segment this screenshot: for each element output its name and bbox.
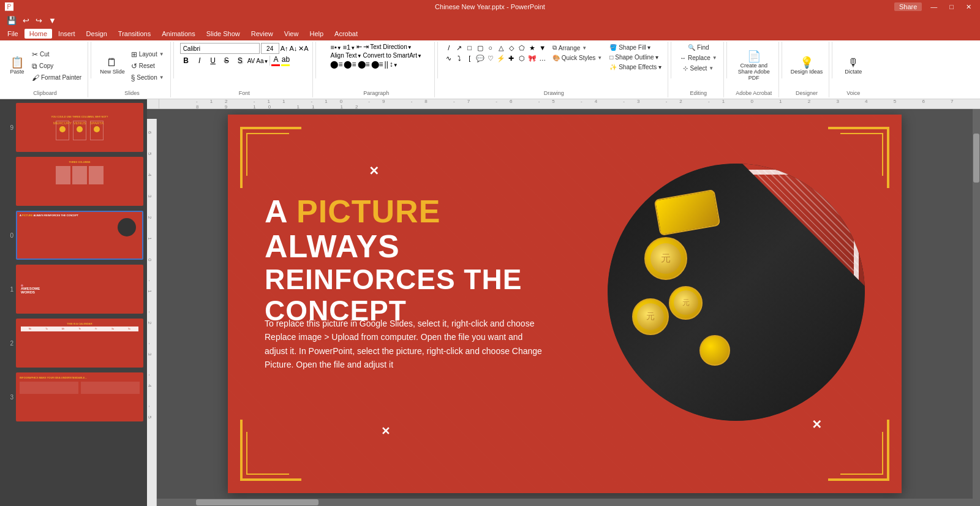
slide-thumb-2[interactable]: 2 THIS IS A CALENDAR Mo Tu We Th Fr Sa S… bbox=[2, 317, 145, 369]
copy-button[interactable]: ⧉ Copy bbox=[29, 61, 84, 72]
font-grow-button[interactable]: A↑ bbox=[281, 45, 288, 52]
slide-img-0[interactable]: A PICTURE ALWAYS REINFORCES THE CONCEPT bbox=[16, 211, 143, 260]
change-case-button[interactable]: Aa▼ bbox=[256, 58, 268, 64]
align-left-button[interactable]: ⬤≡ bbox=[330, 60, 342, 69]
bold-button[interactable]: B bbox=[180, 56, 192, 65]
shape-rounded-rect[interactable]: ▢ bbox=[475, 43, 485, 53]
shape-effects-button[interactable]: ✨ Shape Effects ▾ bbox=[607, 62, 664, 72]
menu-insert[interactable]: Insert bbox=[53, 29, 80, 39]
menu-transitions[interactable]: Transitions bbox=[113, 29, 156, 39]
font-size-input[interactable] bbox=[261, 43, 279, 54]
shape-lightning[interactable]: ⚡ bbox=[496, 53, 506, 63]
paste-button[interactable]: 📋 Paste bbox=[6, 56, 28, 76]
cut-button[interactable]: ✂ Cut bbox=[29, 49, 84, 60]
shape-diamond[interactable]: ◇ bbox=[507, 43, 516, 53]
align-text-button[interactable]: Align Text▼ bbox=[330, 52, 361, 59]
menu-help[interactable]: Help bbox=[304, 29, 328, 39]
increase-indent-button[interactable]: ⇥ bbox=[363, 43, 369, 51]
decrease-indent-button[interactable]: ⇤ bbox=[356, 43, 362, 51]
font-name-input[interactable] bbox=[180, 43, 260, 54]
columns-button[interactable]: || bbox=[385, 60, 388, 69]
menu-acrobat[interactable]: Acrobat bbox=[330, 29, 363, 39]
menu-animations[interactable]: Animations bbox=[157, 29, 200, 39]
slide-img-3[interactable]: INFOGRAPHICS MAKE YOUR IDEA UNDERSTANDAB… bbox=[16, 372, 143, 421]
shape-fill-button[interactable]: 🪣 Shape Fill ▾ bbox=[607, 43, 664, 52]
new-slide-button[interactable]: 🗒 New Slide bbox=[97, 56, 127, 76]
shape-heart[interactable]: ♡ bbox=[486, 53, 496, 63]
dictate-button[interactable]: 🎙 Dictate bbox=[842, 56, 864, 76]
slide-title[interactable]: A PICTURE ALWAYS REINFORCES THE CONCEPT bbox=[265, 194, 559, 327]
slide-thumb-3[interactable]: 3 INFOGRAPHICS MAKE YOUR IDEA UNDERSTAND… bbox=[2, 371, 145, 423]
slide-thumb-0[interactable]: 0 A PICTURE ALWAYS REINFORCES THE CONCEP… bbox=[2, 210, 145, 261]
horizontal-scrollbar[interactable] bbox=[147, 499, 980, 506]
italic-button[interactable]: I bbox=[194, 56, 206, 65]
slide-image-circle[interactable]: 元 元 元 bbox=[608, 164, 865, 421]
menu-home[interactable]: Home bbox=[24, 29, 52, 39]
maximize-button[interactable]: □ bbox=[946, 3, 957, 10]
align-right-button[interactable]: ⬤≡ bbox=[358, 60, 370, 69]
font-shrink-button[interactable]: A↓ bbox=[289, 45, 297, 52]
shape-more2[interactable]: … bbox=[538, 53, 548, 63]
menu-slideshow[interactable]: Slide Show bbox=[202, 29, 245, 39]
shape-callout[interactable]: 💬 bbox=[475, 53, 485, 63]
shape-oval[interactable]: ○ bbox=[486, 43, 496, 53]
slide-thumb-9[interactable]: 9 YOU COULD USE THREE COLUMNS, WHY NOT? … bbox=[2, 102, 145, 153]
share-button[interactable]: Share bbox=[894, 2, 922, 11]
shape-cross[interactable]: ✚ bbox=[507, 53, 516, 63]
shape-curve[interactable]: ∿ bbox=[444, 53, 454, 63]
shape-hexagon[interactable]: ⬡ bbox=[517, 53, 527, 63]
slide-panel[interactable]: 9 YOU COULD USE THREE COLUMNS, WHY NOT? … bbox=[0, 99, 147, 506]
shape-star[interactable]: ★ bbox=[527, 43, 537, 53]
create-pdf-button[interactable]: 📄 Create and Share Adobe PDF bbox=[733, 50, 775, 82]
shape-arrow[interactable]: ↗ bbox=[454, 43, 464, 53]
shape-triangle[interactable]: △ bbox=[496, 43, 506, 53]
shape-connector[interactable]: ⤵ bbox=[454, 53, 464, 63]
slide-img-1[interactable]: 🌸 AWESOMEWORDS bbox=[16, 265, 143, 314]
highlight-button[interactable]: ab bbox=[281, 55, 290, 66]
slide-img-blank[interactable]: THREE COLUMNS bbox=[16, 157, 143, 206]
menu-review[interactable]: Review bbox=[246, 29, 278, 39]
underline-button[interactable]: U bbox=[207, 56, 219, 65]
menu-design[interactable]: Design bbox=[81, 29, 112, 39]
numbering-button[interactable]: ≡1▼ bbox=[343, 43, 355, 51]
qat-more-button[interactable]: ▼ bbox=[47, 15, 58, 26]
arrange-button[interactable]: ⧉ Arrange ▼ bbox=[550, 43, 605, 53]
shape-ribbon[interactable]: 🎀 bbox=[527, 53, 537, 63]
slide-img-2[interactable]: THIS IS A CALENDAR Mo Tu We Th Fr Sa Su bbox=[16, 319, 143, 368]
vertical-scrollbar[interactable] bbox=[973, 109, 980, 499]
design-ideas-button[interactable]: 💡 Design Ideas bbox=[788, 56, 826, 76]
slide-body[interactable]: To replace this picture in Google Slides… bbox=[265, 317, 546, 372]
minimize-button[interactable]: — bbox=[927, 3, 941, 10]
reset-button[interactable]: ↺ Reset bbox=[129, 61, 167, 72]
save-button[interactable]: 💾 bbox=[5, 15, 18, 26]
shape-rect[interactable]: □ bbox=[465, 43, 475, 53]
justify-button[interactable]: ⬤≡ bbox=[371, 60, 383, 69]
slide-thumb-blank[interactable]: THREE COLUMNS bbox=[2, 156, 145, 207]
convert-smartart-button[interactable]: Convert to SmartArt▼ bbox=[363, 52, 422, 59]
scrollbar-thumb-v[interactable] bbox=[973, 134, 979, 183]
select-button[interactable]: ⊹ Select ▼ bbox=[680, 64, 716, 73]
bullets-button[interactable]: ≡•▼ bbox=[330, 43, 341, 51]
menu-view[interactable]: View bbox=[279, 29, 304, 39]
align-center-button[interactable]: ⬤≡ bbox=[344, 60, 356, 69]
redo-button[interactable]: ↪ bbox=[34, 15, 44, 26]
shadow-button[interactable]: S bbox=[234, 56, 246, 65]
shape-bracket[interactable]: [ bbox=[465, 53, 475, 63]
slide-img-9[interactable]: YOU COULD USE THREE COLUMNS, WHY NOT? ME… bbox=[16, 103, 143, 152]
slide-thumb-1[interactable]: 1 🌸 AWESOMEWORDS bbox=[2, 263, 145, 315]
line-spacing-button[interactable]: ↕▼ bbox=[390, 60, 398, 69]
close-button[interactable]: ✕ bbox=[962, 3, 975, 11]
shape-pentagon[interactable]: ⬠ bbox=[517, 43, 527, 53]
char-spacing-button[interactable]: AV bbox=[247, 58, 255, 64]
find-button[interactable]: 🔍 Find bbox=[685, 43, 711, 52]
scrollbar-thumb-h[interactable] bbox=[196, 499, 318, 505]
quick-styles-button[interactable]: 🎨 Quick Styles ▼ bbox=[550, 53, 605, 62]
layout-button[interactable]: ⊞ Layout ▼ bbox=[129, 49, 167, 60]
font-color-button[interactable]: A bbox=[271, 55, 280, 66]
text-direction-button[interactable]: Text Direction▼ bbox=[370, 43, 412, 50]
section-button[interactable]: § Section ▼ bbox=[129, 72, 167, 83]
slide-canvas[interactable]: ✕ ✕ ✕ ✕ A PICTURE ALWAYS REINFORCES THE … bbox=[228, 115, 902, 493]
shape-more[interactable]: ▼ bbox=[538, 43, 548, 53]
strikethrough-button[interactable]: S bbox=[221, 56, 233, 65]
clear-format-button[interactable]: ✕A bbox=[298, 45, 308, 53]
